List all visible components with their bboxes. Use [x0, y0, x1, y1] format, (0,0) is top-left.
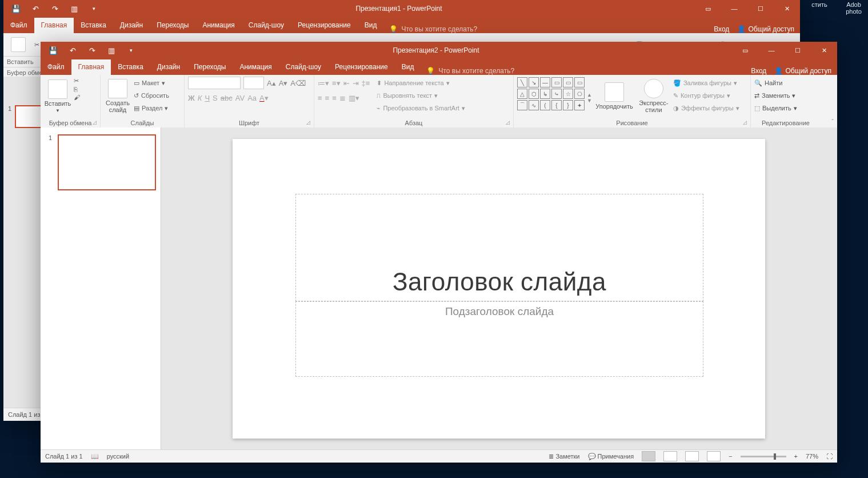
increase-font-icon[interactable]: A▴: [267, 79, 276, 87]
minimize-button[interactable]: —: [721, 0, 747, 17]
title-bar[interactable]: 💾 ↶ ↷ ▥ ▾ Презентация1 - PowerPoint ▭ — …: [3, 0, 800, 17]
save-icon[interactable]: 💾: [47, 45, 59, 56]
tab-insert[interactable]: Вставка: [111, 59, 150, 75]
align-left-button[interactable]: ≡: [318, 94, 322, 102]
tab-file[interactable]: Файл: [3, 18, 34, 33]
shape-effects-button[interactable]: ◑ Эффекты фигуры ▾: [673, 102, 739, 114]
slide-thumbnail[interactable]: [15, 105, 43, 128]
columns-button[interactable]: ▥▾: [349, 94, 359, 102]
clear-format-icon[interactable]: A⌫: [290, 79, 306, 87]
copy-icon[interactable]: ⎘: [74, 86, 80, 93]
replace-button[interactable]: ⇄ Заменить ▾: [754, 90, 797, 101]
share-button[interactable]: 👤 Общий доступ: [774, 67, 831, 75]
align-right-button[interactable]: ≡: [332, 94, 337, 102]
font-size-combo[interactable]: [243, 77, 264, 89]
tab-file[interactable]: Файл: [41, 59, 71, 75]
paste-button[interactable]: Вставить▼: [44, 77, 71, 115]
spellcheck-icon[interactable]: 📖: [91, 453, 99, 460]
tab-design[interactable]: Дизайн: [150, 59, 187, 75]
bullets-button[interactable]: ≔▾: [318, 79, 329, 87]
slide-canvas[interactable]: Заголовок слайда Подзаголовок слайда: [161, 128, 837, 450]
dialog-launcher-icon[interactable]: ◿: [743, 120, 747, 125]
start-slideshow-icon[interactable]: ▥: [106, 45, 117, 56]
comments-button[interactable]: 💬 Примечания: [588, 453, 634, 460]
zoom-in-button[interactable]: +: [794, 453, 798, 460]
tab-home[interactable]: Главная: [34, 18, 74, 33]
shadow-button[interactable]: S: [213, 94, 218, 102]
align-center-button[interactable]: ≡: [325, 94, 330, 102]
zoom-slider[interactable]: [741, 456, 786, 457]
undo-icon[interactable]: ↶: [67, 45, 78, 56]
dialog-launcher-icon[interactable]: ◿: [306, 120, 310, 125]
qat-more-icon[interactable]: ▾: [88, 3, 99, 14]
tab-home[interactable]: Главная: [71, 59, 111, 75]
slide-panel[interactable]: 1: [41, 128, 161, 450]
normal-view-button[interactable]: [642, 451, 655, 461]
decrease-font-icon[interactable]: A▾: [279, 79, 288, 87]
align-text-button[interactable]: ⎍ Выровнять текст ▾: [377, 90, 465, 101]
shape-fill-button[interactable]: 🪣 Заливка фигуры ▾: [673, 77, 739, 89]
maximize-button[interactable]: ☐: [785, 42, 811, 59]
tab-slideshow[interactable]: Слайд-шоу: [279, 59, 328, 75]
title-bar[interactable]: 💾 ↶ ↷ ▥ ▾ Презентация2 - PowerPoint ▭ — …: [41, 42, 837, 59]
tab-review[interactable]: Рецензирование: [291, 18, 358, 33]
subtitle-placeholder[interactable]: Подзаголовок слайда: [295, 301, 703, 377]
new-slide-button[interactable]: Создать слайд: [104, 77, 131, 115]
minimize-button[interactable]: —: [758, 42, 785, 59]
increase-indent-button[interactable]: ⇥: [353, 79, 359, 87]
tab-transitions[interactable]: Переходы: [187, 59, 233, 75]
tab-slideshow[interactable]: Слайд-шоу: [242, 18, 291, 33]
text-direction-button[interactable]: ⬍ Направление текста ▾: [377, 77, 465, 89]
tab-animations[interactable]: Анимация: [195, 18, 241, 33]
reset-button[interactable]: ↺ Сбросить: [134, 90, 169, 101]
undo-icon[interactable]: ↶: [30, 3, 41, 14]
tab-insert[interactable]: Вставка: [74, 18, 113, 33]
slideshow-view-button[interactable]: [707, 451, 721, 461]
maximize-button[interactable]: ☐: [747, 0, 774, 17]
format-painter-icon[interactable]: 🖌: [74, 94, 80, 101]
decrease-indent-button[interactable]: ⇤: [343, 79, 350, 87]
quick-styles-button[interactable]: Экспресс-стили: [637, 77, 671, 115]
smartart-button[interactable]: ⌁ Преобразовать в SmartArt ▾: [377, 102, 465, 114]
justify-button[interactable]: ≣: [339, 94, 346, 102]
tab-animations[interactable]: Анимация: [233, 59, 278, 75]
shapes-gallery[interactable]: ╲↘—▭▭▭ △⬡↳⤷☆⎔ ⌒∿({}✦: [517, 77, 585, 110]
slide[interactable]: Заголовок слайда Подзаголовок слайда: [233, 139, 765, 439]
zoom-level[interactable]: 77%: [806, 453, 818, 460]
find-button[interactable]: 🔍 Найти: [754, 77, 797, 89]
start-slideshow-icon[interactable]: ▥: [69, 3, 80, 14]
change-case-button[interactable]: Aa: [247, 94, 257, 102]
reading-view-button[interactable]: [685, 451, 699, 461]
dialog-launcher-icon[interactable]: ◿: [93, 120, 97, 125]
select-button[interactable]: ⬚ Выделить ▾: [754, 102, 797, 114]
qat-more-icon[interactable]: ▾: [125, 45, 137, 56]
notes-button[interactable]: ≣ Заметки: [549, 453, 579, 460]
cut-icon[interactable]: ✂: [74, 77, 80, 85]
ribbon-options-icon[interactable]: ▭: [732, 42, 758, 59]
tab-transitions[interactable]: Переходы: [150, 18, 195, 33]
tab-view[interactable]: Вид: [395, 59, 421, 75]
arrange-button[interactable]: Упорядочить: [594, 77, 634, 115]
close-button[interactable]: ✕: [774, 0, 800, 17]
italic-button[interactable]: К: [198, 94, 202, 102]
signin-link[interactable]: Вход: [751, 67, 766, 75]
line-spacing-button[interactable]: ‡≡: [362, 79, 370, 87]
zoom-out-button[interactable]: −: [729, 453, 732, 460]
section-button[interactable]: ▤ Раздел ▾: [134, 102, 169, 114]
dialog-launcher-icon[interactable]: ◿: [506, 120, 510, 125]
tab-view[interactable]: Вид: [358, 18, 384, 33]
strike-button[interactable]: abc: [221, 94, 233, 102]
char-spacing-button[interactable]: AV: [235, 94, 245, 102]
signin-link[interactable]: Вход: [714, 25, 729, 33]
redo-icon[interactable]: ↷: [86, 45, 98, 56]
slide-thumbnail[interactable]: 1: [58, 134, 156, 190]
save-icon[interactable]: 💾: [10, 3, 22, 14]
collapse-ribbon-icon[interactable]: ˆ: [831, 118, 834, 125]
font-color-button[interactable]: A▾: [259, 94, 269, 102]
share-button[interactable]: 👤 Общий доступ: [737, 25, 794, 33]
fit-to-window-button[interactable]: ⛶: [826, 453, 833, 460]
tab-review[interactable]: Рецензирование: [328, 59, 395, 75]
bold-button[interactable]: Ж: [188, 94, 195, 102]
font-family-combo[interactable]: [188, 77, 241, 89]
layout-button[interactable]: ▭ Макет ▾: [134, 77, 169, 89]
